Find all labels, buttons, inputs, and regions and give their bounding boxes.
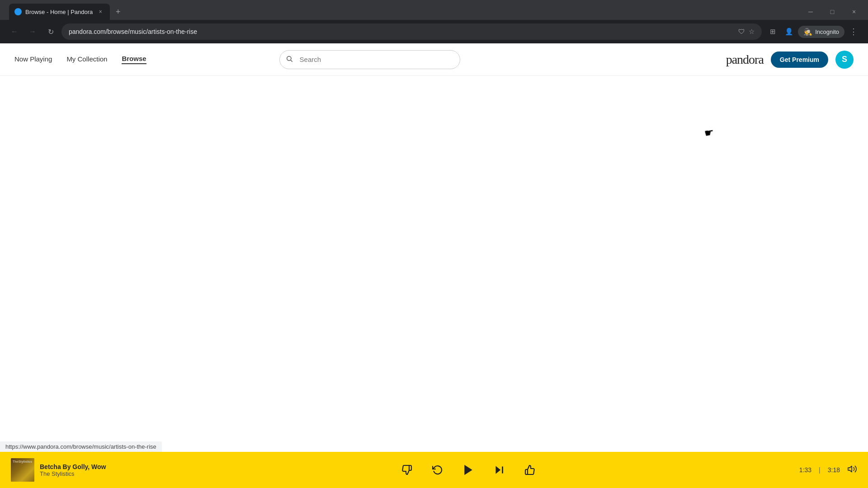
user-avatar[interactable]: S xyxy=(835,51,854,69)
thumbs-up-button[interactable] xyxy=(522,462,538,478)
minimize-button[interactable]: ─ xyxy=(800,4,821,20)
nav-now-playing[interactable]: Now Playing xyxy=(14,55,52,64)
thumbs-down-button[interactable] xyxy=(399,462,415,478)
tab-bar: Browse - Home | Pandora × + ─ □ × xyxy=(0,0,868,20)
browser-menu-icon[interactable]: ⊞ xyxy=(765,24,780,39)
profile-icon[interactable]: 👤 xyxy=(782,24,796,39)
svg-point-0 xyxy=(287,56,291,60)
back-button[interactable]: ← xyxy=(7,24,22,39)
top-nav: Now Playing My Collection Browse pandora… xyxy=(0,43,868,76)
nav-links: Now Playing My Collection Browse xyxy=(14,55,146,64)
player-left: TheStylistics Betcha By Golly, Wow The S… xyxy=(11,458,137,482)
album-art-label: TheStylistics xyxy=(13,460,32,463)
track-artist: The Stylistics xyxy=(40,470,106,477)
more-button[interactable]: ⋮ xyxy=(846,24,861,39)
address-bar-icons: 🛡 ☆ xyxy=(738,28,755,36)
browser-chrome: Browse - Home | Pandora × + ─ □ × ← → ↻ … xyxy=(0,0,868,43)
forward-button[interactable]: → xyxy=(25,24,40,39)
track-info: Betcha By Golly, Wow The Stylistics xyxy=(40,463,106,477)
replay-button[interactable] xyxy=(429,462,446,478)
nav-bar: ← → ↻ pandora.com/browse/music/artists-o… xyxy=(0,20,868,43)
search-input[interactable] xyxy=(279,50,460,69)
player-right: 1:33 | 3:18 xyxy=(799,464,857,476)
tab-favicon xyxy=(14,8,22,15)
tab-title: Browse - Home | Pandora xyxy=(25,9,93,15)
browser-actions: ⊞ 👤 🕵 Incognito ⋮ xyxy=(765,24,861,39)
star-icon[interactable]: ☆ xyxy=(749,28,755,36)
nav-browse[interactable]: Browse xyxy=(122,55,146,64)
svg-marker-5 xyxy=(848,466,852,472)
svg-marker-3 xyxy=(495,466,500,474)
new-tab-button[interactable]: + xyxy=(112,5,124,18)
address-bar[interactable]: pandora.com/browse/music/artists-on-the-… xyxy=(61,23,762,40)
pandora-app: Now Playing My Collection Browse pandora… xyxy=(0,43,868,488)
pandora-logo: pandora xyxy=(726,52,764,67)
play-button[interactable] xyxy=(460,462,476,478)
incognito-label: Incognito xyxy=(815,28,839,35)
active-tab[interactable]: Browse - Home | Pandora × xyxy=(9,4,110,20)
time-total: 3:18 xyxy=(828,466,840,474)
main-content xyxy=(0,76,868,452)
track-title: Betcha By Golly, Wow xyxy=(40,463,106,470)
nav-right: pandora Get Premium S xyxy=(726,51,854,69)
window-controls: ─ □ × xyxy=(800,4,868,20)
nav-my-collection[interactable]: My Collection xyxy=(66,55,107,64)
album-art: TheStylistics xyxy=(11,458,34,482)
svg-marker-2 xyxy=(464,465,472,475)
search-bar xyxy=(279,50,460,69)
time-current: 1:33 xyxy=(799,466,811,474)
close-button[interactable]: × xyxy=(844,4,864,20)
incognito-icon: 🕵 xyxy=(803,28,812,36)
skip-button[interactable] xyxy=(491,462,507,478)
status-url: https://www.pandora.com/browse/music/art… xyxy=(5,443,156,450)
search-icon xyxy=(286,55,293,64)
svg-line-1 xyxy=(291,60,292,62)
get-premium-button[interactable]: Get Premium xyxy=(771,52,828,68)
incognito-button[interactable]: 🕵 Incognito xyxy=(798,26,844,38)
player-controls xyxy=(137,462,799,478)
tab-close-button[interactable]: × xyxy=(96,8,104,16)
refresh-button[interactable]: ↻ xyxy=(43,24,58,39)
shield-icon: 🛡 xyxy=(738,28,745,36)
time-separator: | xyxy=(819,466,821,474)
player-bar: TheStylistics Betcha By Golly, Wow The S… xyxy=(0,452,868,488)
url-text: pandora.com/browse/music/artists-on-the-… xyxy=(69,28,735,35)
status-bar: https://www.pandora.com/browse/music/art… xyxy=(0,441,162,452)
volume-icon[interactable] xyxy=(847,464,857,476)
maximize-button[interactable]: □ xyxy=(822,4,843,20)
